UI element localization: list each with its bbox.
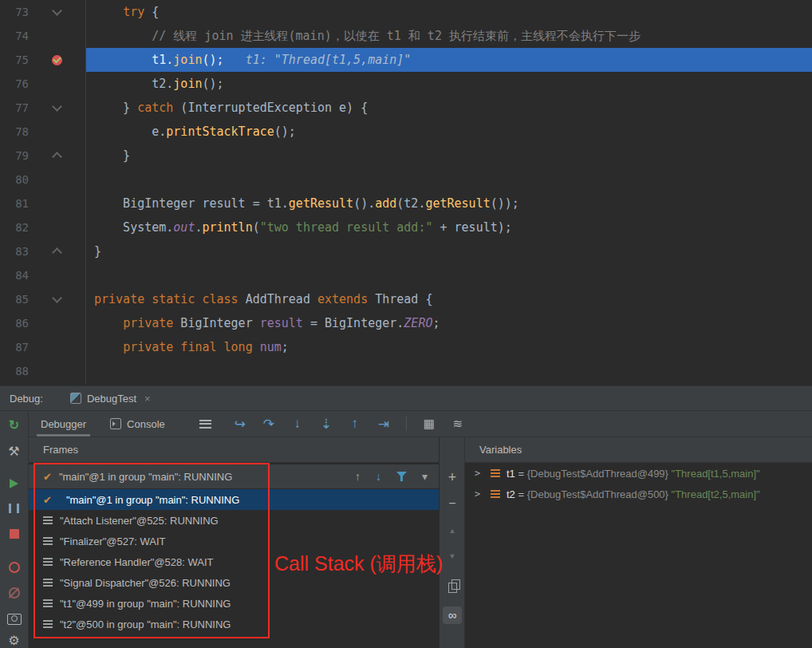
step-into-icon[interactable]: ↓ (290, 416, 305, 432)
frames-header-label: Frames (43, 444, 78, 456)
editor-gutter[interactable]: 77 (0, 96, 86, 120)
toolbar-separator (406, 417, 407, 431)
tab-console-label: Console (127, 418, 165, 430)
intellij-debug-window: 73 try {74 // 线程 join 进主线程(main)，以使在 t1 … (0, 0, 812, 648)
stop-icon[interactable] (6, 527, 22, 541)
code-editor[interactable]: 73 try {74 // 线程 join 进主线程(main)，以使在 t1 … (0, 0, 812, 385)
editor-line[interactable]: 75 t1.join(); t1: "Thread[t1,5,main]" (0, 48, 812, 72)
view-breakpoints-icon[interactable] (6, 560, 22, 575)
thread-row[interactable]: "t1"@499 in group "main": RUNNING (29, 593, 439, 614)
variable-row[interactable]: >t2 = {DebugTest$AddThread@500} "Thread[… (465, 484, 812, 504)
debug-session-tab[interactable]: DebugTest × (62, 386, 159, 410)
breakpoint-icon[interactable] (52, 55, 62, 65)
previous-frame-icon[interactable]: ↑ (355, 470, 361, 483)
view-breakpoints-grid-icon[interactable]: ▦ (421, 417, 437, 431)
editor-gutter[interactable]: 74 (0, 24, 86, 48)
filter-icon[interactable] (396, 472, 407, 481)
editor-line[interactable]: 86 private BigInteger result = BigIntege… (0, 311, 812, 335)
expand-chevron-icon[interactable]: > (475, 488, 486, 500)
editor-gutter[interactable]: 75 (0, 48, 86, 72)
editor-gutter[interactable]: 82 (0, 215, 86, 239)
line-number: 87 (0, 335, 29, 359)
infinity-icon[interactable]: ∞ (443, 607, 462, 624)
fold-down-icon[interactable] (52, 101, 62, 112)
fold-down-icon[interactable] (52, 6, 62, 16)
variables-list: >t1 = {DebugTest$AddThread@499} "Thread[… (465, 463, 812, 504)
step-over-icon[interactable]: ↷ (261, 416, 277, 433)
tab-console[interactable]: Console (98, 411, 177, 437)
editor-line[interactable]: 79 } (0, 144, 812, 168)
resume-icon[interactable] (6, 476, 22, 491)
field-icon (491, 490, 500, 498)
editor-gutter[interactable]: 88 (0, 359, 86, 383)
annotation-text: Call Stack (调用栈) (274, 551, 443, 577)
thread-row[interactable]: "Attach Listener"@525: RUNNING (29, 510, 439, 531)
mute-breakpoints-icon[interactable] (6, 586, 22, 600)
copy-stack-icon[interactable] (448, 583, 457, 593)
code-text: t2.join(); (86, 72, 812, 96)
scroll-down-icon[interactable]: ▼ (440, 552, 465, 560)
current-thread-check-icon: ✔ (43, 494, 52, 506)
editor-line[interactable]: 82 System.out.println("two thread result… (0, 215, 812, 239)
editor-line[interactable]: 80 (0, 168, 812, 192)
editor-gutter[interactable]: 83 (0, 239, 86, 263)
pause-icon[interactable] (6, 501, 22, 516)
editor-gutter[interactable]: 76 (0, 72, 86, 96)
editor-line[interactable]: 81 BigInteger result = t1.getResult().ad… (0, 192, 812, 215)
editor-gutter[interactable]: 79 (0, 144, 86, 168)
next-frame-icon[interactable]: ↓ (376, 470, 381, 483)
gear-icon[interactable]: ⚙ (6, 633, 22, 648)
thread-icon (43, 599, 53, 607)
show-execution-point-icon[interactable]: ↪ (232, 416, 248, 433)
thread-label: "t1"@499 in group "main": RUNNING (60, 598, 231, 610)
editor-gutter[interactable]: 85 (0, 287, 86, 311)
debug-side-toolbar: ↻ ⚒ ⚙ (0, 410, 29, 648)
thread-label: "Signal Dispatcher"@526: RUNNING (60, 577, 231, 589)
close-icon[interactable]: × (144, 393, 151, 405)
variable-row[interactable]: >t1 = {DebugTest$AddThread@499} "Thread[… (465, 463, 812, 484)
current-thread-check-icon: ✔ (43, 471, 52, 483)
editor-line[interactable]: 73 try { (0, 0, 812, 24)
menu-icon[interactable] (199, 420, 211, 429)
line-number: 82 (0, 215, 29, 239)
force-step-into-icon[interactable]: ⇣ (318, 416, 334, 433)
fold-down-icon[interactable] (52, 293, 62, 303)
add-icon[interactable]: + (440, 469, 465, 486)
thread-selector-dropdown[interactable]: ✔ "main"@1 in group "main": RUNNING ↑ ↓ … (29, 464, 439, 488)
thread-row[interactable]: "t2"@500 in group "main": RUNNING (29, 614, 439, 634)
editor-line[interactable]: 77 } catch (InterruptedException e) { (0, 96, 812, 120)
layout-settings-icon[interactable]: ≋ (450, 417, 466, 431)
editor-line[interactable]: 87 private final long num; (0, 335, 812, 359)
rerun-debug-icon[interactable]: ↻ (6, 417, 22, 433)
editor-gutter[interactable]: 81 (0, 192, 86, 215)
tab-debugger[interactable]: Debugger (29, 411, 98, 437)
run-to-cursor-icon[interactable]: ⇥ (376, 416, 392, 433)
step-out-icon[interactable]: ↑ (347, 416, 363, 432)
thread-row[interactable]: ✔"main"@1 in group "main": RUNNING (29, 489, 439, 510)
code-text: private BigInteger result = BigInteger.Z… (86, 311, 812, 335)
editor-gutter[interactable]: 73 (0, 0, 86, 24)
editor-line[interactable]: 84 (0, 263, 812, 287)
variables-header: Variables (465, 437, 812, 463)
editor-line[interactable]: 88 (0, 359, 812, 383)
editor-gutter[interactable]: 87 (0, 335, 86, 359)
fold-up-icon[interactable] (52, 247, 62, 258)
dropdown-caret-icon[interactable]: ▾ (422, 470, 428, 483)
fold-up-icon[interactable] (52, 152, 62, 162)
thread-dump-camera-icon[interactable] (6, 612, 22, 626)
editor-line[interactable]: 78 e.printStackTrace(); (0, 120, 812, 144)
editor-line[interactable]: 76 t2.join(); (0, 72, 812, 96)
editor-gutter[interactable]: 80 (0, 168, 86, 192)
editor-gutter[interactable]: 78 (0, 120, 86, 144)
editor-line[interactable]: 83} (0, 239, 812, 263)
editor-line[interactable]: 74 // 线程 join 进主线程(main)，以使在 t1 和 t2 执行结… (0, 24, 812, 48)
expand-chevron-icon[interactable]: > (475, 468, 486, 479)
line-number: 85 (0, 287, 29, 311)
editor-line[interactable]: 85private static class AddThread extends… (0, 287, 812, 311)
scroll-up-icon[interactable]: ▲ (440, 527, 465, 535)
editor-gutter[interactable]: 84 (0, 263, 86, 287)
remove-icon[interactable]: − (440, 496, 465, 511)
editor-gutter[interactable]: 86 (0, 311, 86, 335)
wrench-icon[interactable]: ⚒ (6, 444, 22, 459)
thread-row[interactable]: "Finalizer"@527: WAIT (29, 531, 439, 551)
